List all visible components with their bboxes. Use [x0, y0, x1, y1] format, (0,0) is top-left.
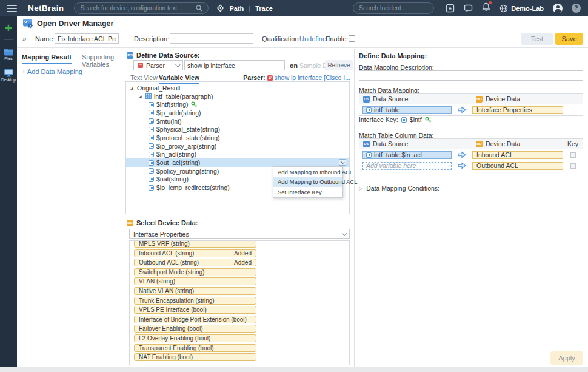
retrieve-button[interactable]: Retrieve	[325, 60, 353, 70]
name-input[interactable]	[55, 33, 119, 44]
parser-command-input[interactable]	[184, 60, 285, 70]
variable-label: $intf(string)	[156, 101, 189, 108]
globe-icon	[499, 4, 508, 13]
key-checkbox[interactable]	[570, 152, 576, 158]
path-link[interactable]: Path	[229, 5, 244, 12]
key-icon	[191, 101, 198, 107]
mapping-target-cell[interactable]: Inbound ACL	[472, 151, 563, 159]
expanded-triangle-icon[interactable]: ◢	[130, 86, 135, 90]
data-source-panel: DS Define Data Source: Parser on Sample …	[124, 49, 355, 367]
device-data-item[interactable]: Outbound ACL (string)Added	[134, 259, 256, 266]
tree-variable-row-selected[interactable]: $out_acl(string)	[126, 158, 349, 167]
data-source-badge-icon: DS	[127, 52, 133, 59]
enable-checkbox[interactable]	[349, 35, 355, 42]
device-data-item[interactable]: Trunk Encapsulation (string)	[134, 297, 256, 305]
device-data-item[interactable]: MPLS VRF (string)	[134, 240, 256, 248]
topbar: NetBrain Path | Trace Demo-Lab ?	[0, 0, 588, 16]
path-icon	[216, 4, 224, 12]
apply-button[interactable]: Apply	[550, 351, 583, 365]
data-mapping-conditions-toggle[interactable]: ▷ Data Mapping Conditions:	[359, 184, 439, 192]
tab-mapping-result[interactable]: Mapping Result	[22, 53, 72, 64]
select-device-data-header: DD Select Device Data:	[127, 219, 198, 226]
device-data-item[interactable]: Failover Enabling (bool)	[134, 325, 256, 333]
data-mapping-panel: Define Data Mapping: Data Mapping Descri…	[355, 49, 588, 367]
test-button[interactable]: Test	[521, 33, 553, 45]
user-avatar-icon[interactable]	[553, 4, 563, 13]
incident-search-input[interactable]	[359, 5, 439, 12]
tab-supporting-variables[interactable]: Supporting Variables	[82, 53, 124, 68]
menu-item-add-mapping-inbound[interactable]: Add Mapping to Inbound ACL	[273, 167, 342, 177]
tree-node-table[interactable]: ◢ intf_table(paragraph)	[126, 92, 349, 101]
device-data-badge-icon: DD	[127, 220, 133, 226]
device-data-item[interactable]: Native VLAN (string)	[134, 287, 256, 295]
tab-text-view[interactable]: Text View	[130, 74, 158, 81]
column-header-device-data: DD Device Data	[472, 140, 563, 147]
tree-variable-row[interactable]: $intf(string)	[126, 100, 349, 109]
device-data-item[interactable]: VLAN (string)	[134, 277, 256, 285]
mapping-source-cell[interactable]: intf_table.$in_acl	[362, 151, 452, 159]
mapping-target-value: Interface Properties	[476, 106, 532, 113]
mapping-source-value: intf_table.$in_acl	[374, 151, 422, 158]
notification-badge	[489, 1, 492, 4]
save-button[interactable]: Save	[555, 33, 583, 45]
data-mapping-description-input[interactable]	[359, 70, 583, 81]
driver-form-row: » Name: Description: Qualification: Unde…	[17, 30, 588, 48]
variable-icon	[149, 135, 154, 140]
rail-item-files[interactable]: Files	[0, 48, 17, 61]
tree-variable-row[interactable]: $protocol_state(string)	[126, 134, 349, 142]
chat-icon[interactable]	[464, 4, 473, 13]
device-data-item-label: Switchport Mode (string)	[139, 269, 204, 276]
select-device-data-label: Select Device Data:	[136, 219, 198, 226]
collapse-panel-button[interactable]: »	[22, 35, 27, 43]
device-data-category-dropdown[interactable]: Interface Properties	[129, 229, 350, 239]
menu-item-add-mapping-outbound[interactable]: Add Mapping to Outbound ACL	[273, 177, 342, 188]
add-variable-placeholder-cell[interactable]: Add variable here	[362, 162, 452, 170]
tree-variable-row[interactable]: $ip_addr(string)	[126, 109, 349, 117]
source-type-dropdown[interactable]: Parser	[133, 60, 183, 70]
help-icon[interactable]: ?	[572, 4, 581, 13]
menu-item-set-interface-key[interactable]: Set Interface Key	[273, 187, 342, 197]
device-data-item[interactable]: L2 Overlay Enabling (bool)	[134, 334, 256, 342]
mapping-source-cell[interactable]: intf_table	[362, 106, 452, 114]
tree-variable-row[interactable]: $in_acl(string)	[126, 150, 349, 159]
page-title: Open Driver Manager	[37, 19, 113, 28]
form-divider	[32, 30, 32, 47]
incident-search-box[interactable]	[353, 2, 434, 14]
tree-variable-row[interactable]: $mtu(int)	[126, 117, 349, 126]
mapping-target-cell[interactable]: Interface Properties	[472, 106, 563, 114]
tree-node-root[interactable]: ◢ Original_Result	[126, 84, 349, 92]
device-data-item[interactable]: Inbound ACL (string)Added	[134, 249, 256, 257]
add-data-mapping-link[interactable]: + Add Data Mapping	[22, 68, 82, 75]
device-data-item[interactable]: NAT Enabling (bool)	[134, 353, 256, 361]
tree-variable-row[interactable]: $ip_proxy_arp(string)	[126, 142, 349, 150]
device-data-item[interactable]: VPLS PE Interface (bool)	[134, 306, 256, 314]
variable-label: $nat(string)	[156, 175, 189, 183]
add-new-button[interactable]: +	[0, 19, 17, 37]
rail-item-desktop[interactable]: Desktop	[0, 69, 17, 82]
device-data-item-label: Failover Enabling (bool)	[139, 325, 203, 332]
description-input[interactable]	[170, 33, 253, 44]
device-search-input[interactable]	[80, 5, 192, 12]
device-data-item[interactable]: Transparent Enabling (bool)	[134, 344, 256, 352]
device-data-item[interactable]: Switchport Mode (string)	[134, 268, 256, 276]
tree-variable-row[interactable]: $physical_state(string)	[126, 125, 349, 134]
device-data-item[interactable]: Interface of Bridge Port Extension (bool…	[134, 316, 256, 323]
tenant-label: Demo-Lab	[511, 5, 544, 12]
chevron-down-icon	[175, 62, 180, 67]
tenant-selector[interactable]: Demo-Lab	[499, 4, 544, 13]
expanded-triangle-icon[interactable]: ◢	[139, 94, 143, 98]
device-search-box[interactable]	[74, 2, 209, 14]
parser-ref-link[interactable]: show ip interface [Cisco I...	[275, 74, 350, 81]
mapping-row: intf_table.$in_acl Inbound ACL	[359, 149, 583, 160]
data-source-header-label: Data Source	[373, 140, 408, 147]
variable-icon	[149, 177, 154, 182]
folder-icon	[4, 48, 14, 56]
row-actions-dropdown-button[interactable]	[339, 159, 346, 166]
mapping-target-cell[interactable]: Outbound ACL	[472, 162, 563, 170]
trace-link[interactable]: Trace	[255, 5, 273, 12]
apps-icon[interactable]	[446, 4, 455, 13]
hamburger-menu-icon[interactable]	[7, 5, 17, 12]
name-label: Name:	[35, 35, 55, 42]
variable-label: $out_acl(string)	[156, 159, 200, 166]
key-checkbox[interactable]	[570, 163, 576, 169]
